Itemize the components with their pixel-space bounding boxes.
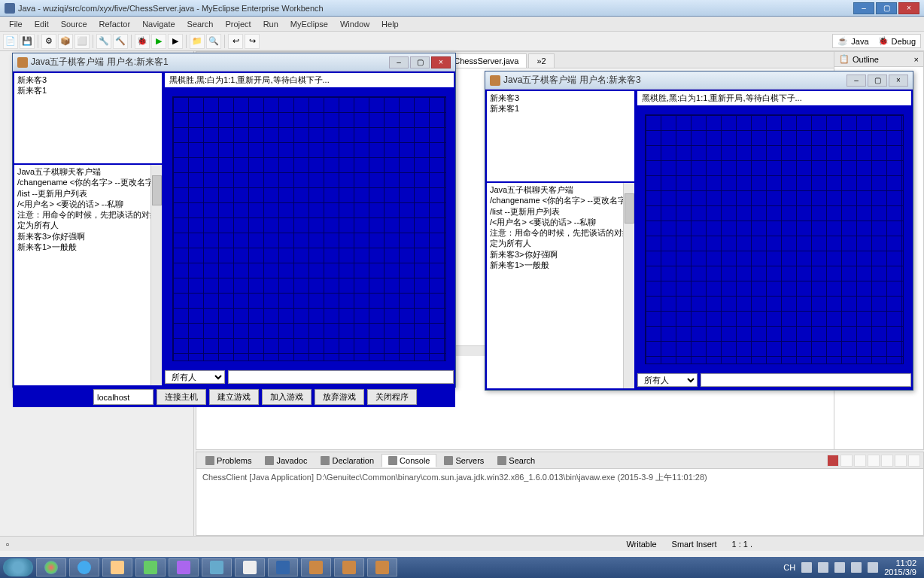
menu-window[interactable]: Window <box>334 18 375 30</box>
menu-myeclipse[interactable]: MyEclipse <box>284 18 334 30</box>
taskbar-clock[interactable]: 11:02 2015/3/9 <box>884 558 916 576</box>
chess2-titlebar[interactable]: Java五子棋客户端 用户名:新来客3 – ▢ × <box>485 71 913 90</box>
menu-navigate[interactable]: Navigate <box>136 18 181 30</box>
close-button[interactable]: × <box>898 2 919 14</box>
toolbar-btn[interactable]: ↪ <box>245 34 260 49</box>
chess1-host-input[interactable] <box>93 389 153 405</box>
menu-help[interactable]: Help <box>375 18 405 30</box>
menu-refactor[interactable]: Refactor <box>93 18 137 30</box>
console-terminate-icon[interactable] <box>827 455 839 467</box>
taskbar-java-app[interactable] <box>367 558 397 576</box>
chess1-chat-input[interactable] <box>228 370 454 384</box>
taskbar-word[interactable] <box>268 558 298 576</box>
toolbar-btn[interactable]: ⬜ <box>74 34 90 49</box>
taskbar-item[interactable] <box>169 558 199 576</box>
toolbar-new-icon[interactable]: 📄 <box>3 34 18 49</box>
console-btn[interactable] <box>854 455 866 467</box>
ime-indicator[interactable]: CH <box>783 563 795 572</box>
toolbar-btn[interactable]: ⚙ <box>41 34 56 49</box>
taskbar-ie[interactable] <box>69 558 99 576</box>
chess-client-window-1: Java五子棋客户端 用户名:新来客1 – ▢ × 新来客3 新来客1 Java… <box>12 53 456 388</box>
taskbar-java-app[interactable] <box>334 558 364 576</box>
chess1-userlist[interactable]: 新来客3 新来客1 <box>14 73 162 163</box>
tray-icon[interactable] <box>801 562 812 573</box>
minimize-button[interactable]: – <box>853 2 874 14</box>
chess1-join-button[interactable]: 加入游戏 <box>262 389 312 405</box>
menu-file[interactable]: File <box>3 18 29 30</box>
menu-source[interactable]: Source <box>55 18 93 30</box>
console-btn[interactable] <box>908 455 920 467</box>
tab-more[interactable]: »2 <box>528 53 554 68</box>
taskbar: CH 11:02 2015/3/9 <box>0 557 924 578</box>
chess1-recipient-select[interactable]: 所有人 <box>165 370 225 384</box>
chess2-chatlog[interactable]: Java五子棋聊天客户端 /changename <你的名字> --更改名字 /… <box>487 183 634 388</box>
menu-run[interactable]: Run <box>257 18 284 30</box>
chess2-recipient-select[interactable]: 所有人 <box>637 373 698 387</box>
start-button[interactable] <box>3 558 33 576</box>
chess2-maximize-button[interactable]: ▢ <box>868 75 887 87</box>
taskbar-chrome[interactable] <box>36 558 66 576</box>
tab-javadoc[interactable]: Javadoc <box>259 455 313 467</box>
menu-edit[interactable]: Edit <box>29 18 55 30</box>
chess2-board[interactable] <box>637 107 911 372</box>
toolbar-debug-icon[interactable]: 🐞 <box>135 34 150 49</box>
chess1-maximize-button[interactable]: ▢ <box>410 56 430 68</box>
chess2-minimize-button[interactable]: – <box>846 75 866 87</box>
toolbar-save-icon[interactable]: 💾 <box>20 34 35 49</box>
chess2-userlist[interactable]: 新来客3 新来客1 <box>487 91 634 181</box>
taskbar-item[interactable] <box>202 558 232 576</box>
chess1-board[interactable] <box>165 89 454 369</box>
taskbar-item[interactable] <box>135 558 166 576</box>
toolbar-btn[interactable]: ▶ <box>168 34 183 49</box>
app-icon <box>210 561 223 574</box>
tray-icon[interactable] <box>818 562 828 573</box>
chess1-close-button[interactable]: 关闭程序 <box>367 389 417 405</box>
chess1-chatlog[interactable]: Java五子棋聊天客户端 /changename <你的名字> --更改名字 /… <box>14 165 162 385</box>
chess1-chat-scrollbar[interactable] <box>150 165 162 385</box>
chess1-create-button[interactable]: 建立游戏 <box>209 389 259 405</box>
tab-servers[interactable]: Servers <box>438 455 490 467</box>
chess2-chat-scrollbar[interactable] <box>623 183 634 388</box>
menu-project[interactable]: Project <box>219 18 257 30</box>
javadoc-icon <box>265 456 274 465</box>
console-output[interactable]: ChessClient [Java Application] D:\Genuit… <box>196 469 923 486</box>
maximize-button[interactable]: ▢ <box>876 2 897 14</box>
taskbar-java-app[interactable] <box>301 558 331 576</box>
chess2-status: 黑棋胜,黑:白为1:1,重新开局,等待白棋下子... <box>637 91 911 105</box>
tab-declaration[interactable]: Declaration <box>315 455 380 467</box>
ie-icon <box>78 561 91 574</box>
perspective-switcher[interactable]: ☕ Java 🐞 Debug <box>832 34 921 48</box>
chess2-chat-input[interactable] <box>701 373 911 387</box>
status-writable: Writable <box>626 540 656 549</box>
toolbar-btn[interactable]: 🔧 <box>96 34 111 49</box>
chess1-connect-button[interactable]: 连接主机 <box>157 389 206 405</box>
tab-search[interactable]: Search <box>491 455 541 467</box>
chess1-minimize-button[interactable]: – <box>389 56 409 68</box>
debug-perspective-icon: 🐞 <box>878 36 889 46</box>
taskbar-explorer[interactable] <box>102 558 132 576</box>
menu-search[interactable]: Search <box>181 18 220 30</box>
chess1-close-button[interactable]: × <box>431 56 451 68</box>
tray-icon[interactable] <box>851 562 862 573</box>
chess1-titlebar[interactable]: Java五子棋客户端 用户名:新来客1 – ▢ × <box>13 53 455 71</box>
outline-close-icon[interactable]: × <box>914 55 919 64</box>
toolbar-btn[interactable]: 🔨 <box>113 34 128 49</box>
toolbar-btn[interactable]: 📁 <box>190 34 205 49</box>
console-btn[interactable] <box>895 455 907 467</box>
console-btn[interactable] <box>868 455 880 467</box>
toolbar-run-icon[interactable]: ▶ <box>151 34 166 49</box>
console-btn[interactable] <box>840 455 853 467</box>
tray-icon[interactable] <box>834 562 845 573</box>
chess1-abandon-button[interactable]: 放弃游戏 <box>315 389 364 405</box>
tab-console[interactable]: Console <box>381 454 436 467</box>
status-square-icon: ▫ <box>6 540 9 549</box>
tray-icon[interactable] <box>868 562 878 573</box>
tab-problems[interactable]: Problems <box>199 455 257 467</box>
chess2-close-button[interactable]: × <box>889 75 908 87</box>
console-btn[interactable] <box>881 455 893 467</box>
taskbar-item[interactable] <box>235 558 265 576</box>
toolbar-btn[interactable]: ↩ <box>228 34 243 49</box>
toolbar-btn[interactable]: 📦 <box>58 34 73 49</box>
toolbar-btn[interactable]: 🔍 <box>206 34 221 49</box>
chess1-status: 黑棋胜,黑:白为1:1,重新开局,等待白棋下子... <box>165 73 454 87</box>
